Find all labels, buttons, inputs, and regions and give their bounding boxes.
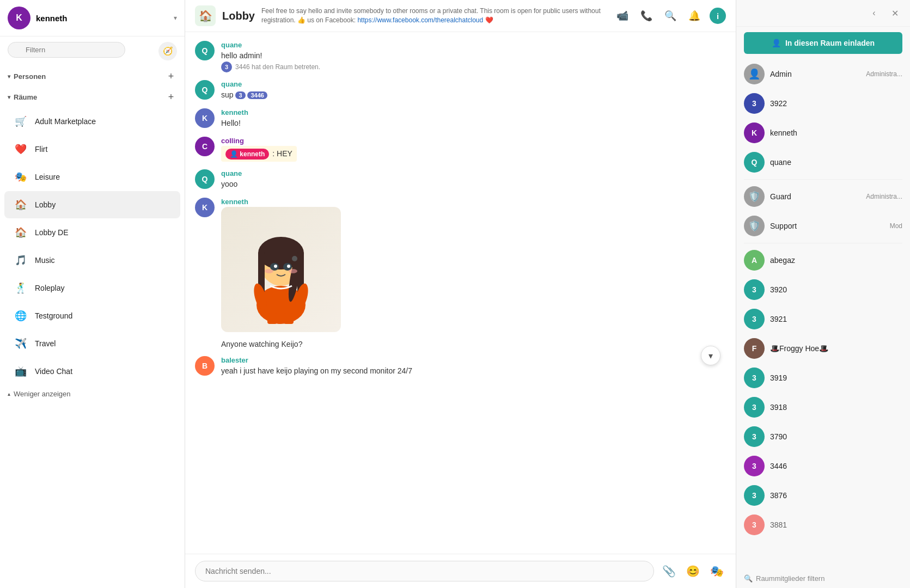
room-item-flirt[interactable]: ❤️ Flirt [4, 136, 180, 163]
room-name-testground: Testground [35, 311, 72, 320]
compass-button[interactable]: 🧭 [158, 42, 177, 60]
message-username[interactable]: kenneth [221, 198, 726, 206]
message-input[interactable] [195, 561, 654, 581]
member-avatar: A [744, 250, 765, 271]
personen-section-header[interactable]: ▾ Personen + [0, 66, 185, 87]
message-avatar[interactable]: B [195, 356, 215, 376]
member-item-3881[interactable]: 3 3881 [736, 510, 910, 540]
room-name-video-chat: Video Chat [35, 367, 72, 376]
attachment-button[interactable]: 📎 [659, 562, 678, 580]
add-person-button[interactable]: + [165, 70, 177, 82]
room-item-leisure[interactable]: 🎭 Leisure [4, 163, 180, 191]
room-item-lobby[interactable]: 🏠 Lobby [4, 191, 180, 218]
sticker-button[interactable]: 🎭 [707, 562, 726, 580]
member-item-quane[interactable]: Q quane [736, 148, 910, 177]
member-item-3790[interactable]: 3 3790 [736, 422, 910, 451]
member-item-3919[interactable]: 3 3919 [736, 363, 910, 393]
room-item-testground[interactable]: 🌐 Testground [4, 302, 180, 329]
phone-button[interactable]: 📞 [638, 7, 655, 24]
video-button[interactable]: 📹 [614, 7, 631, 24]
member-item-guard[interactable]: 🛡️ Guard Administra... [736, 182, 910, 211]
message-username[interactable]: kenneth [221, 108, 726, 117]
info-button[interactable]: i [710, 8, 726, 24]
svg-point-12 [287, 265, 290, 268]
user-menu-chevron[interactable]: ▾ [174, 14, 177, 22]
room-item-music[interactable]: 🎵 Music [4, 247, 180, 274]
member-item-kenneth[interactable]: K kenneth [736, 118, 910, 148]
member-avatar: 👤 [744, 64, 765, 84]
room-item-roleplay[interactable]: 🕺 Roleplay [4, 274, 180, 302]
message-avatar[interactable]: K [195, 198, 215, 217]
member-item-3920[interactable]: 3 3920 [736, 275, 910, 304]
member-item-3921[interactable]: 3 3921 [736, 304, 910, 334]
message-username[interactable]: quane [221, 169, 726, 177]
member-item-3446[interactable]: 3 3446 [736, 451, 910, 481]
room-item-adult-marketplace[interactable]: 🛒 Adult Marketplace [4, 108, 180, 135]
svg-point-13 [265, 269, 273, 273]
close-panel-button[interactable]: ✕ [887, 5, 902, 21]
member-item-3876[interactable]: 3 3876 [736, 481, 910, 510]
add-room-button[interactable]: + [165, 91, 177, 103]
badge-num: 3446 [247, 91, 267, 99]
room-icon-leisure: 🎭 [12, 168, 29, 186]
message-item: Q quane yooo [195, 169, 726, 190]
standalone-message-text: Anyone watching Keijo? [221, 340, 302, 348]
chat-room-icon: 🏠 [195, 5, 216, 26]
room-item-travel[interactable]: ✈️ Travel [4, 330, 180, 357]
member-name: 🎩Froggy Hoe🎩 [770, 344, 902, 353]
system-message: 3 3446 hat den Raum betreten. [221, 62, 726, 72]
member-name: 3921 [770, 315, 902, 323]
member-item-support[interactable]: 🛡️ Support Mod [736, 211, 910, 241]
less-button[interactable]: ▴ Weniger anzeigen [0, 385, 185, 402]
member-avatar: 3 [744, 514, 765, 535]
notification-button[interactable]: 🔔 [686, 7, 703, 24]
search-members[interactable]: 🔍 Raummitglieder filtern [736, 569, 910, 588]
member-item-admin[interactable]: 👤 Admin Administra... [736, 59, 910, 89]
facebook-link[interactable]: https://www.facebook.com/therealchatclou… [357, 16, 483, 24]
message-username[interactable]: quane [221, 41, 726, 49]
user-avatar[interactable]: K [8, 7, 30, 29]
message-avatar[interactable]: Q [195, 169, 215, 189]
invite-label: In diesen Raum einladen [785, 39, 875, 47]
collapse-panel-button[interactable]: ‹ [866, 5, 882, 21]
message-avatar[interactable]: Q [195, 41, 215, 60]
message-avatar[interactable]: K [195, 108, 215, 128]
room-name-lobby: Lobby [35, 200, 56, 209]
member-name: 3919 [770, 373, 902, 382]
member-name: Admin [770, 70, 860, 78]
room-icon-roleplay: 🕺 [12, 279, 29, 297]
search-chat-button[interactable]: 🔍 [662, 7, 679, 24]
room-item-video-chat[interactable]: 📺 Video Chat [4, 358, 180, 385]
raume-section-header[interactable]: ▾ Räume + [0, 87, 185, 107]
member-avatar: 3 [744, 397, 765, 418]
member-item-froggy[interactable]: F 🎩Froggy Hoe🎩 [736, 334, 910, 363]
svg-point-11 [274, 265, 277, 268]
room-icon-testground: 🌐 [12, 307, 29, 324]
message-username[interactable]: balester [221, 356, 726, 364]
chat-title: Lobby [222, 10, 255, 22]
emoji-button[interactable]: 😊 [683, 562, 702, 580]
message-content: kenneth [221, 198, 726, 332]
invite-icon: 👤 [772, 39, 781, 47]
member-item-abegaz[interactable]: A abegaz [736, 246, 910, 275]
message-avatar[interactable]: Q [195, 80, 215, 100]
message-text: yeah i just have keijo playing on my sec… [221, 365, 726, 377]
room-item-lobby-de[interactable]: 🏠 Lobby DE [4, 219, 180, 246]
room-icon-video-chat: 📺 [12, 363, 29, 380]
member-item-3918[interactable]: 3 3918 [736, 393, 910, 422]
messages-container: Q quane hello admin! 3 3446 hat den Raum… [185, 32, 736, 554]
scroll-to-bottom-button[interactable]: ▾ [701, 346, 720, 365]
search-input[interactable] [8, 42, 125, 58]
message-avatar[interactable]: C [195, 137, 215, 156]
room-icon-lobby-de: 🏠 [12, 224, 29, 241]
message-username[interactable]: colling [221, 137, 726, 145]
member-item-3922[interactable]: 3 3922 [736, 89, 910, 118]
sticker-container [221, 207, 726, 332]
user-name: kenneth [36, 14, 168, 23]
room-icon-lobby: 🏠 [12, 196, 29, 213]
message-username[interactable]: quane [221, 80, 726, 88]
room-list: 🛒 Adult Marketplace ❤️ Flirt 🎭 Leisure 🏠… [0, 107, 185, 588]
invite-button[interactable]: 👤 In diesen Raum einladen [744, 32, 902, 54]
message-text: hello admin! [221, 50, 726, 62]
message-text: Hello! [221, 118, 726, 129]
